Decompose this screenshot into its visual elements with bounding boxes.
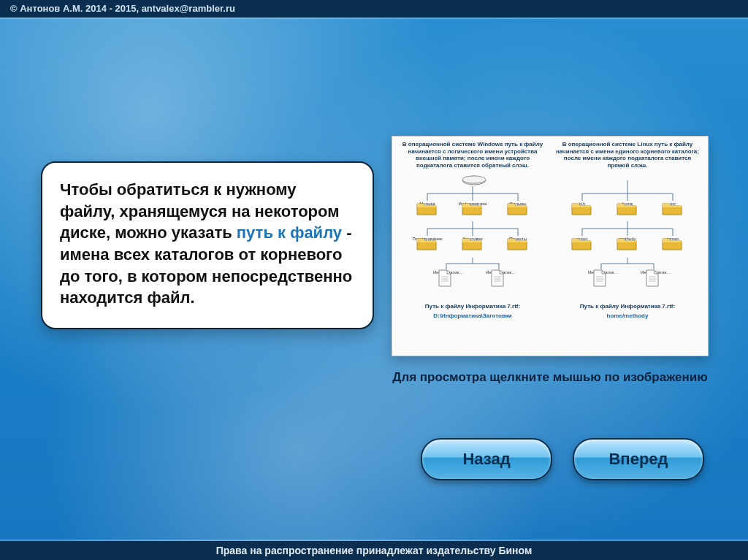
back-button-label: Назад	[462, 450, 510, 469]
linux-title: В операционной системе Linux путь к файл…	[554, 141, 701, 172]
file-icon: Информатика 8.rtf	[490, 269, 512, 275]
file-icon: Информатика 8.rtf	[645, 269, 667, 275]
footer-text: Права на распространение принадлежат изд…	[216, 545, 533, 556]
folder-icon: home	[617, 201, 638, 206]
folder-icon: Заготовки	[462, 236, 484, 241]
linux-path-value: home/methody	[554, 312, 701, 319]
file-icon: Информатика 7.rtf	[592, 269, 614, 275]
windows-title: В операционной системе Windows путь к фа…	[400, 141, 546, 172]
header-bar: © Антонов А.М. 2014 - 2015, antvalex@ram…	[0, 0, 748, 18]
diagram-thumbnail[interactable]: В операционной системе Windows путь к фа…	[392, 136, 709, 356]
slide-stage: © Антонов А.М. 2014 - 2015, antvalex@ram…	[0, 0, 748, 560]
info-card-text: Чтобы обратиться к нужному файлу, хранящ…	[60, 179, 355, 309]
folder-icon: Информатика	[462, 201, 484, 206]
forward-button[interactable]: Вперед	[573, 438, 704, 480]
viewer-caption: Для просмотра щелкните мышью по изображе…	[392, 369, 709, 386]
folder-icon: roman	[662, 236, 684, 241]
linux-path-label: Путь к файлу Информатика 7.rtf:	[554, 303, 701, 310]
info-card: Чтобы обратиться к нужному файлу, хранящ…	[41, 161, 374, 329]
forward-button-label: Вперед	[608, 450, 668, 469]
nav-buttons: Назад Вперед	[421, 438, 704, 480]
diagram-windows: В операционной системе Windows путь к фа…	[400, 141, 546, 351]
copyright-text: © Антонов А.М. 2014 - 2015, antvalex@ram…	[10, 3, 235, 14]
file-icon: Информатика 7.rtf	[438, 269, 459, 275]
folder-icon: Планирование	[416, 236, 438, 241]
diagram-linux: В операционной системе Linux путь к файл…	[554, 141, 701, 351]
diagram-viewer: В операционной системе Windows путь к фа…	[392, 136, 709, 386]
linux-tree: bin home usr anton	[554, 176, 701, 300]
folder-icon: Проекты	[507, 236, 529, 241]
footer-bar: Права на распространение принадлежат изд…	[0, 541, 748, 560]
folder-icon: Музыка	[416, 201, 438, 206]
windows-path-value: D:\Информатика\Заготовки	[400, 312, 546, 319]
folder-icon: bin	[571, 201, 593, 206]
windows-path-label: Путь к файлу Информатика 7.rtf:	[400, 303, 546, 310]
back-button[interactable]: Назад	[421, 438, 552, 480]
windows-tree: D: Музыка Информатика Фильмы	[400, 176, 546, 300]
card-keyword: путь к файлу	[237, 223, 342, 242]
folder-icon: Фильмы	[507, 201, 529, 206]
disk-icon: D:	[462, 174, 484, 180]
folder-icon: methody	[617, 236, 638, 241]
svg-point-15	[462, 176, 486, 183]
folder-icon: anton	[571, 236, 593, 241]
folder-icon: usr	[662, 201, 684, 206]
